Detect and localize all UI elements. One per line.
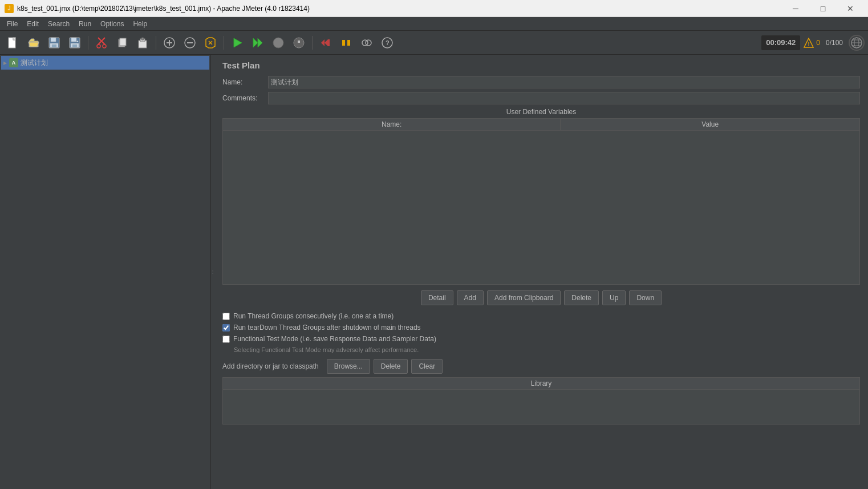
clear-all-icon [204, 37, 217, 49]
run-thread-groups-checkbox[interactable] [222, 313, 230, 320]
minimize-button[interactable]: ─ [782, 0, 809, 17]
copy-button[interactable] [112, 33, 132, 52]
remove-icon [184, 37, 196, 49]
cut-icon [95, 37, 108, 49]
toolbar: + [0, 31, 868, 55]
col-name: Name: [223, 119, 561, 131]
comments-row: Comments: [222, 92, 860, 104]
variables-title: User Defined Variables [222, 108, 860, 116]
app-icon: J [5, 4, 14, 13]
tree-label-test-plan: 测试计划 [21, 58, 48, 68]
svg-point-15 [103, 45, 106, 48]
toolbar-sep-3 [224, 36, 224, 50]
paste-icon [136, 37, 149, 49]
classpath-row: Add directory or jar to classpath Browse… [222, 359, 860, 374]
svg-rect-36 [328, 39, 330, 46]
cut-button[interactable] [92, 33, 111, 52]
shutdown-button[interactable] [289, 33, 309, 52]
delete-classpath-button[interactable]: Delete [374, 359, 408, 374]
up-button[interactable]: Up [602, 290, 626, 305]
test-plan-icon: A [9, 58, 18, 67]
menu-bar: File Edit Search Run Options Help [0, 17, 868, 31]
menu-options[interactable]: Options [96, 19, 128, 29]
run-thread-groups-row: Run Thread Groups consecutively (i.e. on… [222, 312, 860, 320]
svg-marker-30 [258, 38, 262, 47]
svg-marker-35 [325, 39, 328, 46]
globe-icon [850, 37, 863, 49]
run-teardown-row: Run tearDown Thread Groups after shutdow… [222, 324, 860, 332]
close-button[interactable]: ✕ [837, 0, 863, 17]
start-no-pauses-button[interactable] [248, 33, 267, 52]
browse-button[interactable]: Browse... [327, 359, 370, 374]
name-input[interactable] [268, 76, 860, 88]
toolbar-sep-2 [156, 36, 156, 50]
functional-mode-checkbox[interactable] [222, 336, 230, 343]
copy-icon [116, 37, 128, 49]
run-teardown-checkbox[interactable] [222, 324, 230, 332]
add-variable-button[interactable]: Add [457, 290, 484, 305]
clear-classpath-button[interactable]: Clear [411, 359, 443, 374]
warning-indicator: ! 0 [804, 38, 820, 48]
remove-toolbar-button[interactable] [180, 33, 200, 52]
start-button[interactable] [228, 33, 247, 52]
toolbar-sep-4 [312, 36, 313, 50]
detail-button[interactable]: Detail [421, 290, 453, 305]
comments-label: Comments: [222, 94, 268, 102]
add-toolbar-button[interactable] [160, 33, 179, 52]
stop-button[interactable] [269, 33, 288, 52]
functional-note: Selecting Functional Test Mode may adver… [234, 346, 860, 353]
menu-edit[interactable]: Edit [22, 19, 43, 29]
variables-table: Name: Value [222, 118, 860, 131]
add-from-clipboard-button[interactable]: Add from Clipboard [487, 290, 561, 305]
remote-start-icon [319, 37, 332, 49]
remote-start-button[interactable] [316, 33, 335, 52]
toolbar-sep-1 [88, 36, 88, 50]
remote-icon [849, 35, 865, 51]
save-as-icon: + [68, 37, 81, 49]
down-button[interactable]: Down [629, 290, 662, 305]
menu-help[interactable]: Help [128, 19, 152, 29]
new-button[interactable] [3, 33, 23, 52]
functional-mode-row: Functional Test Mode (i.e. save Response… [222, 335, 860, 343]
svg-marker-28 [234, 38, 242, 47]
svg-text:?: ? [386, 39, 390, 46]
svg-rect-6 [52, 45, 56, 47]
library-body[interactable] [223, 390, 859, 424]
svg-rect-4 [51, 38, 56, 42]
svg-point-40 [366, 40, 371, 46]
variables-body[interactable] [222, 131, 860, 285]
run-teardown-label: Run tearDown Thread Groups after shutdow… [233, 324, 421, 332]
variables-section: User Defined Variables Name: Value [222, 108, 860, 285]
add-icon [163, 37, 176, 49]
maximize-button[interactable]: □ [810, 0, 836, 17]
toggle-button[interactable] [357, 33, 376, 52]
clear-all-button[interactable] [201, 33, 220, 52]
main-container: ▶ A 测试计划 ⋮ Test Plan Name: Comments: Use… [0, 55, 868, 489]
save-as-button[interactable]: + [65, 33, 84, 52]
menu-run[interactable]: Run [74, 19, 96, 29]
warning-count: 0 [816, 39, 820, 47]
paste-button[interactable] [133, 33, 152, 52]
shutdown-icon [293, 37, 305, 49]
start-no-pauses-icon [252, 37, 264, 49]
help-button[interactable]: ? [378, 33, 397, 52]
svg-marker-34 [321, 39, 325, 46]
tree-item-test-plan[interactable]: ▶ A 测试计划 [1, 56, 209, 70]
svg-rect-37 [342, 40, 345, 46]
window-title: k8s_test_001.jmx (D:\temp\201802\13\jmet… [17, 5, 310, 13]
run-counter: 0/100 [826, 39, 843, 47]
help-icon: ? [381, 37, 394, 49]
open-button[interactable] [24, 33, 43, 52]
new-icon [7, 37, 19, 49]
svg-point-31 [273, 38, 283, 48]
menu-file[interactable]: File [2, 19, 22, 29]
menu-search[interactable]: Search [43, 19, 74, 29]
toggle-icon [360, 37, 373, 49]
classpath-label: Add directory or jar to classpath [222, 362, 319, 370]
remote-stop-icon [340, 37, 352, 49]
save-button[interactable] [44, 33, 64, 52]
remote-stop-button[interactable] [336, 33, 356, 52]
comments-input[interactable] [268, 92, 860, 104]
delete-variable-button[interactable]: Delete [564, 290, 599, 305]
svg-text:!: ! [808, 41, 810, 47]
